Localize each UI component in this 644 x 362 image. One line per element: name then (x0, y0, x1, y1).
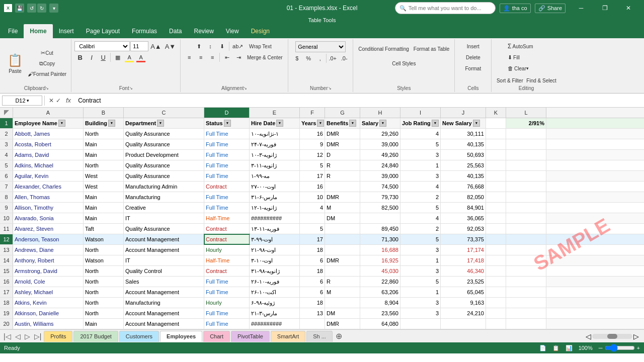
cell-a7[interactable]: Alexander, Charles (13, 182, 84, 192)
share-btn[interactable]: 🔗 Share (535, 4, 566, 13)
cell-i4[interactable]: 3 (400, 150, 441, 160)
tab-budget[interactable]: 2017 Budget (73, 331, 118, 342)
cell-b12[interactable]: Watson (84, 234, 124, 244)
cell-e20[interactable]: ########## (250, 319, 300, 329)
cell-e8[interactable]: ۳۱-مارس-۶ (250, 192, 300, 202)
cell-j15[interactable]: 46,340 (441, 266, 486, 276)
tab-data[interactable]: Data (163, 24, 188, 38)
tab-page-layout[interactable]: Page Layout (80, 24, 126, 38)
filter-dropdown-j[interactable]: ▾ (473, 120, 480, 127)
increase-indent-btn[interactable]: ⇥ (233, 52, 244, 62)
cell-d5[interactable]: Full Time (204, 160, 250, 170)
cell-k11[interactable] (486, 224, 506, 234)
tab-pivottable[interactable]: PivotTable (231, 331, 270, 342)
tab-employees[interactable]: Employees (160, 331, 202, 342)
cell-a4[interactable]: Adams, David (13, 150, 84, 160)
cell-f17[interactable]: 6 (300, 287, 325, 297)
cell-j7[interactable]: 76,668 (441, 182, 486, 192)
col-header-e[interactable]: E (250, 108, 300, 118)
cell-e9[interactable]: ۱۲-ژانویه-۱ (250, 203, 300, 213)
cell-j11[interactable]: 92,053 (441, 224, 486, 234)
cell-j10[interactable]: 36,065 (441, 213, 486, 223)
font-name-select[interactable]: Calibri (74, 41, 130, 51)
cell-f12[interactable]: 17 (300, 234, 325, 244)
cell-j12[interactable]: 73,375 (441, 234, 486, 244)
minimize-btn[interactable]: ─ (570, 0, 593, 16)
cell-c10[interactable]: IT (124, 213, 204, 223)
cell-styles-btn[interactable]: Cell Styles (389, 57, 419, 69)
cell-k3[interactable] (486, 139, 506, 149)
cell-ref-box[interactable]: D12 ▾ (2, 96, 42, 106)
cell-k19[interactable] (486, 308, 506, 318)
cell-h2[interactable]: 29,260 (360, 129, 400, 139)
cell-g18[interactable] (325, 298, 360, 308)
font-color-btn[interactable]: A (135, 52, 146, 62)
tab-nav-next[interactable]: ▷ (23, 332, 32, 340)
paste-btn[interactable]: 📋 Paste (5, 47, 25, 79)
cell-a9[interactable]: Allison, Timothy (13, 203, 84, 213)
tab-smartart[interactable]: SmartArt (271, 331, 305, 342)
format-cells-btn[interactable]: Format (458, 63, 488, 73)
row-header-2[interactable]: 2 (0, 129, 13, 139)
cell-b10[interactable]: Main (84, 213, 124, 223)
delete-cells-btn[interactable]: Delete (458, 52, 488, 62)
wrap-text-btn[interactable]: Wrap Text (245, 41, 275, 51)
cell-h6[interactable]: 39,000 (360, 171, 400, 181)
cell-f20[interactable] (300, 319, 325, 329)
cell-e4[interactable]: ۱۰-ژانویه-۳ (250, 150, 300, 160)
row-header-9[interactable]: 9 (0, 203, 13, 213)
filter-dropdown-d[interactable]: ▾ (224, 120, 231, 127)
cell-d20[interactable]: Full Time (204, 319, 250, 329)
cell-l15[interactable] (506, 266, 546, 276)
cell-d15[interactable]: Contract (204, 266, 250, 276)
cell-h8[interactable]: 79,730 (360, 192, 400, 202)
tab-file[interactable]: File (2, 24, 24, 38)
fill-color-btn[interactable]: A (124, 52, 135, 62)
cell-a6[interactable]: Aguilar, Kevin (13, 171, 84, 181)
cell-c12[interactable]: Account Management (124, 234, 204, 244)
filter-dropdown-a[interactable]: ▾ (58, 120, 65, 127)
cell-f2[interactable]: 16 (300, 129, 325, 139)
cell-b15[interactable]: North (84, 266, 124, 276)
cell-f13[interactable]: 18 (300, 245, 325, 255)
cell-l6[interactable] (506, 171, 546, 181)
cell-j3[interactable]: 40,135 (441, 139, 486, 149)
cell-k2[interactable] (486, 129, 506, 139)
cell-h4[interactable]: 49,260 (360, 150, 400, 160)
select-all-btn[interactable] (0, 108, 13, 118)
cell-l18[interactable] (506, 298, 546, 308)
row-header-15[interactable]: 15 (0, 266, 13, 276)
cell-b2[interactable]: North (84, 129, 124, 139)
cell-c20[interactable]: Account Management (124, 319, 204, 329)
cell-b5[interactable]: North (84, 160, 124, 170)
col-header-k[interactable]: K (486, 108, 506, 118)
cell-e18[interactable]: ۶-ژوئیه-۹۸ (250, 298, 300, 308)
filter-dropdown-f[interactable]: ▾ (317, 120, 324, 127)
cell-j9[interactable]: 84,901 (441, 203, 486, 213)
find-select-btn[interactable]: Find & Select (525, 75, 557, 85)
cell-f11[interactable]: 5 (300, 224, 325, 234)
cell-h5[interactable]: 24,840 (360, 160, 400, 170)
cell-f18[interactable]: 18 (300, 298, 325, 308)
cell-l14[interactable] (506, 255, 546, 265)
cell-b9[interactable]: Main (84, 203, 124, 213)
tab-nav-last[interactable]: ▷| (33, 332, 43, 340)
row-header-18[interactable]: 18 (0, 298, 13, 308)
cell-i19[interactable]: 3 (400, 308, 441, 318)
cell-g7[interactable] (325, 182, 360, 192)
cell-d4[interactable]: Full Time (204, 150, 250, 160)
cell-c5[interactable]: Quality Assurance (124, 160, 204, 170)
cell-g17[interactable]: M (325, 287, 360, 297)
cell-h17[interactable]: 63,206 (360, 287, 400, 297)
cell-l20[interactable] (506, 319, 546, 329)
cell-d9[interactable]: Full Time (204, 203, 250, 213)
cell-b7[interactable]: West (84, 182, 124, 192)
col-header-j[interactable]: J (441, 108, 486, 118)
cell-j17[interactable]: 65,045 (441, 287, 486, 297)
cell-c17[interactable]: Account Management (124, 287, 204, 297)
cell-d10[interactable]: Half-Time (204, 213, 250, 223)
redo-btn[interactable]: ↻ (37, 4, 46, 13)
filter-dropdown-i[interactable]: ▾ (432, 120, 439, 127)
cell-d3[interactable]: Full Time (204, 139, 250, 149)
cell-e15[interactable]: ۳۱-ژانویه-۹۸ (250, 266, 300, 276)
